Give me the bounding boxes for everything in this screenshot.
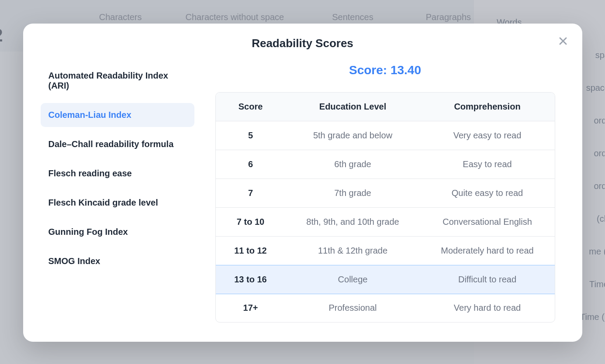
readability-content: Score: 13.40 Score Education Level Compr… xyxy=(215,63,565,323)
score-header: Score: 13.40 xyxy=(215,63,555,77)
modal-overlay: Readability Scores Automated Readability… xyxy=(0,0,605,364)
table-cell-comprehension: Difficult to read xyxy=(420,265,555,294)
table-cell-education: 8th, 9th, and 10th grade xyxy=(286,208,420,236)
modal-body: Automated Readability Index (ARI)Coleman… xyxy=(41,63,565,323)
close-button[interactable] xyxy=(557,35,569,47)
table-row: 77th gradeQuite easy to read xyxy=(216,179,555,208)
modal-title: Readability Scores xyxy=(41,37,565,50)
sidebar-item-coleman-liau-index[interactable]: Coleman-Liau Index xyxy=(41,103,194,127)
table-cell-education: 7th grade xyxy=(286,179,420,207)
table-cell-score: 5 xyxy=(216,121,286,150)
table-cell-score: 13 to 16 xyxy=(216,265,286,294)
sidebar-item-dale-chall-readability-formula[interactable]: Dale–Chall readability formula xyxy=(41,132,194,156)
readability-methods-sidebar: Automated Readability Index (ARI)Coleman… xyxy=(41,63,194,323)
table-header-row: Score Education Level Comprehension xyxy=(216,93,555,121)
table-cell-education: 11th & 12th grade xyxy=(286,237,420,265)
table-cell-comprehension: Very easy to read xyxy=(420,121,555,150)
sidebar-item-smog-index[interactable]: SMOG Index xyxy=(41,249,194,273)
table-cell-comprehension: Quite easy to read xyxy=(420,179,555,207)
table-cell-score: 17+ xyxy=(216,294,286,322)
table-row: 7 to 108th, 9th, and 10th gradeConversat… xyxy=(216,208,555,237)
table-cell-score: 7 to 10 xyxy=(216,208,286,236)
table-row: 55th grade and belowVery easy to read xyxy=(216,121,555,150)
score-label: Score: xyxy=(349,63,387,77)
table-cell-score: 6 xyxy=(216,150,286,179)
table-cell-score: 7 xyxy=(216,179,286,207)
table-cell-comprehension: Moderately hard to read xyxy=(420,237,555,265)
sidebar-item-flesch-reading-ease[interactable]: Flesch reading ease xyxy=(41,161,194,185)
table-header-education: Education Level xyxy=(286,93,420,121)
table-header-score: Score xyxy=(216,93,286,121)
table-cell-score: 11 to 12 xyxy=(216,237,286,265)
close-icon xyxy=(557,35,569,47)
table-row: 13 to 16CollegeDifficult to read xyxy=(215,265,555,294)
table-cell-education: 6th grade xyxy=(286,150,420,179)
readability-modal: Readability Scores Automated Readability… xyxy=(23,24,582,342)
table-row: 11 to 1211th & 12th gradeModerately hard… xyxy=(216,237,555,265)
score-value: 13.40 xyxy=(391,63,421,77)
table-header-comprehension: Comprehension xyxy=(420,93,555,121)
table-row: 17+ProfessionalVery hard to read xyxy=(216,294,555,322)
table-cell-comprehension: Very hard to read xyxy=(420,294,555,322)
sidebar-item-flesch-kincaid-grade-level[interactable]: Flesch Kincaid grade level xyxy=(41,191,194,215)
sidebar-item-gunning-fog-index[interactable]: Gunning Fog Index xyxy=(41,220,194,244)
table-row: 66th gradeEasy to read xyxy=(216,150,555,179)
sidebar-item-automated-readability-index-ari-[interactable]: Automated Readability Index (ARI) xyxy=(41,64,194,98)
table-cell-education: College xyxy=(286,265,420,294)
table-cell-comprehension: Easy to read xyxy=(420,150,555,179)
readability-table: Score Education Level Comprehension 55th… xyxy=(215,92,555,323)
table-cell-comprehension: Conversational English xyxy=(420,208,555,236)
table-cell-education: 5th grade and below xyxy=(286,121,420,150)
table-cell-education: Professional xyxy=(286,294,420,322)
